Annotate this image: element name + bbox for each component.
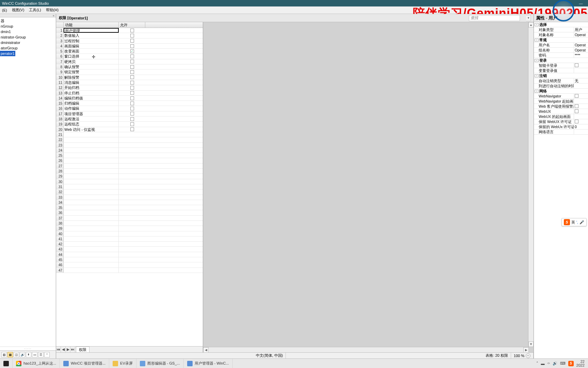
tray-chevron-icon[interactable]: ˄ xyxy=(536,361,538,366)
cell-allow[interactable] xyxy=(119,39,145,43)
checkbox[interactable] xyxy=(130,55,134,58)
taskbar-item[interactable]: EV录屏 xyxy=(109,359,136,368)
nav-tool-2[interactable]: ▦ xyxy=(7,352,13,357)
property-row[interactable]: WebUX 的起始画面 xyxy=(534,114,588,119)
cell-function[interactable]: 过程控制 xyxy=(64,39,119,43)
property-group[interactable]: −选择 xyxy=(534,22,588,27)
property-value[interactable] xyxy=(574,94,588,98)
checkbox[interactable] xyxy=(130,122,134,126)
cell-function[interactable]: 编辑归档值 xyxy=(64,96,119,101)
table-row[interactable]: 46 xyxy=(56,262,203,267)
property-row[interactable]: 网络语言 xyxy=(534,129,588,135)
cell-allow[interactable] xyxy=(119,122,145,126)
start-button[interactable] xyxy=(0,359,13,368)
table-row[interactable]: 36 xyxy=(56,210,203,215)
table-row[interactable]: 15归档编辑 xyxy=(56,101,203,106)
taskbar-item[interactable]: hao123_上网从这... xyxy=(13,359,60,368)
nav-tool-5[interactable]: ↟ xyxy=(26,352,31,357)
checkbox[interactable] xyxy=(130,81,134,85)
tray-keyboard-icon[interactable]: ⌨ xyxy=(560,361,566,366)
table-row[interactable]: 20Web 访问 - 仅监视 xyxy=(56,127,203,132)
checkbox[interactable] xyxy=(130,29,134,32)
tray-clock[interactable]: 22 2022 xyxy=(576,360,585,367)
menu-help[interactable]: 帮助(H) xyxy=(46,7,59,13)
nav-item[interactable]: nGroup xyxy=(0,24,56,29)
cell-allow[interactable] xyxy=(119,54,145,59)
nav-item[interactable]: 器 xyxy=(0,18,56,24)
table-row[interactable]: 37 xyxy=(56,216,203,221)
table-row[interactable]: 40 xyxy=(56,231,203,236)
table-row[interactable]: 2数值输入 xyxy=(56,33,203,38)
nav-item[interactable]: atorGroup xyxy=(0,45,56,51)
checkbox[interactable] xyxy=(575,104,578,108)
cell-allow[interactable] xyxy=(119,64,145,69)
nav-tool-6[interactable]: ▭ xyxy=(32,352,37,357)
sheet-last[interactable]: ⏭ xyxy=(70,347,75,352)
menu-view[interactable]: 视图(V) xyxy=(12,7,24,13)
property-row[interactable]: 密码**** xyxy=(534,53,588,58)
cell-allow[interactable] xyxy=(119,111,145,116)
table-row[interactable]: 29 xyxy=(56,174,203,179)
property-group[interactable]: −网络 xyxy=(534,89,588,94)
cell-function[interactable]: 窗口选择 xyxy=(64,54,119,59)
checkbox[interactable] xyxy=(130,91,134,95)
cell-function[interactable]: 停止归档 xyxy=(64,91,119,95)
menu-tools[interactable]: 工具(L) xyxy=(29,7,41,13)
checkbox[interactable] xyxy=(575,109,578,113)
tray-volume-icon[interactable]: 🔊 xyxy=(553,361,557,366)
taskbar-item[interactable]: 用户管理器 - WinC... xyxy=(184,359,233,368)
property-row[interactable]: 到进行自动注销的时段 xyxy=(534,83,588,89)
cell-function[interactable]: 归档编辑 xyxy=(64,101,119,106)
table-row[interactable]: 13停止归档 xyxy=(56,91,203,96)
cell-function[interactable]: 开始归档 xyxy=(64,85,119,90)
table-row[interactable]: 21 xyxy=(56,132,203,137)
property-row[interactable]: WebNavigator xyxy=(534,94,588,99)
table-row[interactable]: 42 xyxy=(56,242,203,247)
table-row[interactable]: 4画面编辑 xyxy=(56,44,203,49)
horizontal-scrollbar[interactable]: ◀ ▶ xyxy=(203,347,529,352)
property-value[interactable] xyxy=(574,109,588,114)
minimize-button[interactable]: — xyxy=(576,1,586,5)
tray-battery-icon[interactable]: ▬ xyxy=(541,362,545,366)
checkbox[interactable] xyxy=(130,65,134,69)
scroll-down-icon[interactable]: ▼ xyxy=(528,341,534,347)
property-value[interactable] xyxy=(574,129,588,134)
zoom-out-button[interactable]: − xyxy=(526,353,530,358)
checkbox[interactable] xyxy=(130,86,134,90)
vertical-scrollbar[interactable]: ▲ ▼ xyxy=(528,22,534,347)
ime-floating-bar[interactable]: S 英 ', 🎤 xyxy=(561,218,587,226)
checkbox[interactable] xyxy=(575,94,578,98)
checkbox[interactable] xyxy=(130,102,134,105)
table-row[interactable]: 27 xyxy=(56,164,203,169)
table-row[interactable]: 25 xyxy=(56,153,203,158)
table-row[interactable]: 34 xyxy=(56,200,203,205)
taskbar-item[interactable]: 图形编辑器 - GS_... xyxy=(136,359,184,368)
scroll-right-icon[interactable]: ▶ xyxy=(523,347,529,353)
property-row[interactable]: 自动注销类型无 xyxy=(534,78,588,83)
table-row[interactable]: 3过程控制 xyxy=(56,39,203,44)
cell-function[interactable]: 用户管理 xyxy=(64,28,119,33)
menu-file[interactable]: (E) xyxy=(2,8,7,12)
table-row[interactable]: 44 xyxy=(56,252,203,257)
table-row[interactable]: 9锁定报警 xyxy=(56,70,203,75)
col-function[interactable]: 功能 xyxy=(64,22,119,28)
ime-lang[interactable]: 英 xyxy=(571,220,575,225)
cell-function[interactable]: 数值输入 xyxy=(64,33,119,38)
property-row[interactable]: 保留 WebUX 许可证 xyxy=(534,119,588,124)
table-row[interactable]: 38 xyxy=(56,221,203,226)
table-row[interactable]: 12开始归档 xyxy=(56,85,203,90)
col-allow[interactable]: 允许 xyxy=(119,22,145,28)
cell-allow[interactable] xyxy=(119,85,145,90)
property-group[interactable]: −常规 xyxy=(534,37,588,43)
checkbox[interactable] xyxy=(130,60,134,63)
taskbar-item[interactable]: WinCC 项目管理器... xyxy=(60,359,109,368)
nav-item[interactable]: perator1 xyxy=(0,51,15,56)
table-row[interactable]: 43 xyxy=(56,247,203,252)
table-row[interactable]: 10解除报警 xyxy=(56,75,203,80)
property-row[interactable]: 对象类型用户 xyxy=(534,27,588,32)
nav-tool-4[interactable]: 🔊 xyxy=(20,352,25,357)
checkbox[interactable]: ✓ xyxy=(130,49,134,53)
collapse-icon[interactable]: − xyxy=(535,23,539,26)
cell-function[interactable]: 画面编辑 xyxy=(64,44,119,48)
table-row[interactable]: 26 xyxy=(56,158,203,163)
